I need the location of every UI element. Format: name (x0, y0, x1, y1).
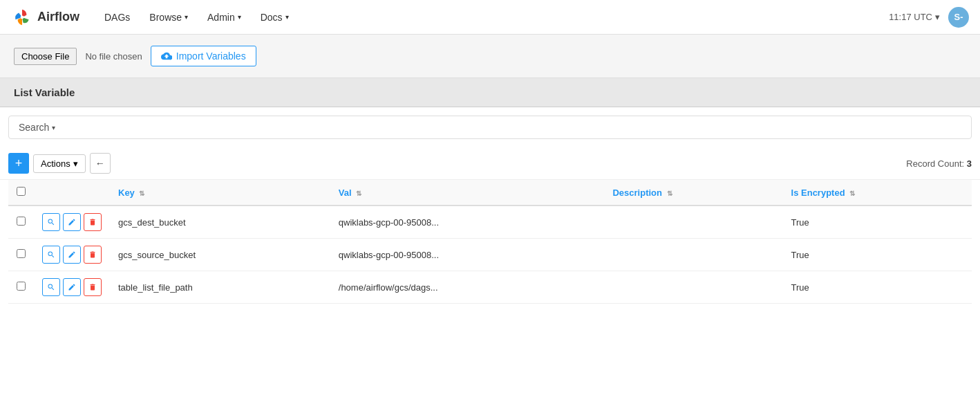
header-is-encrypted[interactable]: Is Encrypted ⇅ (783, 180, 972, 206)
variables-table: Key ⇅ Val ⇅ Description ⇅ Is Encrypted ⇅ (8, 180, 972, 304)
cloud-upload-icon (161, 51, 172, 62)
edit-button[interactable] (63, 278, 81, 296)
time-display[interactable]: 11:17 UTC ▾ (889, 12, 940, 22)
delete-button[interactable] (84, 278, 102, 296)
delete-icon (88, 250, 97, 259)
row-is-encrypted: True (783, 271, 972, 304)
header-checkbox-cell (8, 180, 34, 206)
actions-caret: ▾ (73, 158, 78, 169)
admin-caret: ▾ (238, 13, 241, 21)
row-val: qwiklabs-gcp-00-95008... (330, 239, 605, 271)
row-is-encrypted: True (783, 239, 972, 271)
select-all-checkbox[interactable] (17, 187, 26, 196)
table-row: table_list_file_path /home/airflow/gcs/d… (8, 271, 972, 304)
actions-button[interactable]: Actions ▾ (33, 154, 86, 173)
key-sort-icon: ⇅ (139, 190, 144, 197)
brand-name: Airflow (37, 10, 79, 24)
nav-admin[interactable]: Admin ▾ (199, 8, 249, 27)
table-container: Key ⇅ Val ⇅ Description ⇅ Is Encrypted ⇅ (0, 180, 980, 312)
row-description (604, 206, 782, 239)
browse-caret: ▾ (185, 13, 188, 21)
view-button[interactable] (42, 278, 60, 296)
table-body: gcs_dest_bucket qwiklabs-gcp-00-95008...… (8, 206, 972, 304)
view-button[interactable] (42, 246, 60, 264)
row-actions (42, 213, 102, 231)
delete-icon (88, 283, 97, 291)
edit-icon (68, 218, 76, 226)
row-action-cell (34, 206, 110, 239)
no-file-text: No file chosen (85, 51, 142, 62)
table-row: gcs_source_bucket qwiklabs-gcp-00-95008.… (8, 239, 972, 271)
row-checkbox-cell (8, 239, 34, 271)
row-actions (42, 278, 102, 296)
nav-docs[interactable]: Docs ▾ (252, 8, 297, 27)
delete-icon (88, 218, 97, 226)
brand-link[interactable]: Airflow (11, 6, 79, 28)
header-description[interactable]: Description ⇅ (604, 180, 782, 206)
search-icon (47, 250, 55, 259)
toolbar: + Actions ▾ ← Record Count: 3 (0, 147, 980, 180)
list-variable-header: List Variable (0, 78, 980, 107)
row-val: /home/airflow/gcs/dags... (330, 271, 605, 304)
row-action-cell (34, 239, 110, 271)
main-content: List Variable Search ▾ + Actions ▾ ← Rec… (0, 78, 980, 312)
edit-icon (68, 283, 76, 291)
choose-file-button[interactable]: Choose File (14, 48, 77, 65)
row-is-encrypted: True (783, 206, 972, 239)
edit-button[interactable] (63, 213, 81, 231)
navbar: Airflow DAGs Browse ▾ Admin ▾ Docs ▾ 11:… (0, 0, 980, 35)
import-variables-button[interactable]: Import Variables (151, 46, 256, 66)
back-button[interactable]: ← (90, 153, 111, 174)
nav-browse[interactable]: Browse ▾ (141, 8, 196, 27)
search-bar[interactable]: Search ▾ (8, 116, 972, 139)
header-key[interactable]: Key ⇅ (110, 180, 330, 206)
search-caret: ▾ (52, 124, 55, 131)
row-checkbox-cell (8, 206, 34, 239)
row-val: qwiklabs-gcp-00-95008... (330, 206, 605, 239)
row-checkbox-cell (8, 271, 34, 304)
is-encrypted-sort-icon: ⇅ (849, 190, 855, 197)
row-action-cell (34, 271, 110, 304)
row-key: gcs_source_bucket (110, 239, 330, 271)
add-button[interactable]: + (8, 153, 29, 174)
svg-point-1 (21, 15, 24, 19)
edit-icon (68, 250, 76, 259)
docs-caret: ▾ (285, 13, 289, 21)
search-icon (47, 283, 55, 291)
delete-button[interactable] (84, 213, 102, 231)
user-avatar[interactable]: S- (948, 7, 969, 28)
time-caret: ▾ (935, 12, 940, 22)
import-area: Choose File No file chosen Import Variab… (0, 35, 980, 78)
row-actions (42, 246, 102, 264)
delete-button[interactable] (84, 246, 102, 264)
record-count: Record Count: 3 (906, 158, 972, 169)
row-description (604, 271, 782, 304)
navbar-right: 11:17 UTC ▾ S- (889, 7, 969, 28)
row-checkbox[interactable] (17, 249, 26, 258)
val-sort-icon: ⇅ (356, 190, 361, 197)
edit-button[interactable] (63, 246, 81, 264)
view-button[interactable] (42, 213, 60, 231)
row-checkbox[interactable] (17, 217, 26, 226)
row-description (604, 239, 782, 271)
row-checkbox[interactable] (17, 282, 26, 291)
header-val[interactable]: Val ⇅ (330, 180, 605, 206)
row-key: gcs_dest_bucket (110, 206, 330, 239)
nav-dags[interactable]: DAGs (96, 8, 138, 27)
row-key: table_list_file_path (110, 271, 330, 304)
airflow-logo (11, 6, 33, 28)
header-actions-cell (34, 180, 110, 206)
search-icon (47, 218, 55, 226)
table-row: gcs_dest_bucket qwiklabs-gcp-00-95008...… (8, 206, 972, 239)
main-nav: DAGs Browse ▾ Admin ▾ Docs ▾ (96, 8, 889, 27)
description-sort-icon: ⇅ (667, 190, 672, 197)
table-header-row: Key ⇅ Val ⇅ Description ⇅ Is Encrypted ⇅ (8, 180, 972, 206)
